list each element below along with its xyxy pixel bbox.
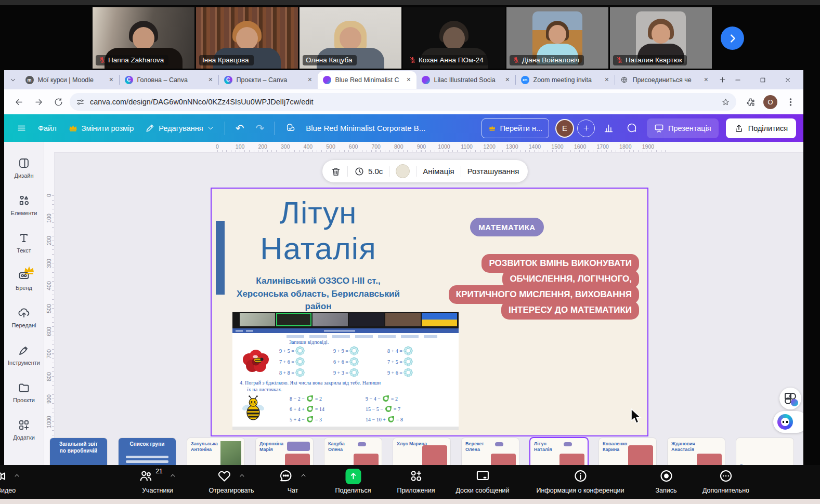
control-icon-row	[279, 469, 307, 485]
browser-tab[interactable]: CПроєкти – Canva✕	[219, 71, 318, 89]
participant-tile[interactable]: Олена Кацуба	[300, 7, 401, 69]
editing-mode-menu[interactable]: Редагування	[140, 119, 219, 138]
sidebar-item-design[interactable]: Дизайн	[6, 149, 42, 187]
morec-glyph	[719, 469, 733, 483]
close-tab-button[interactable]: ✕	[603, 76, 610, 83]
site-info-icon[interactable]	[76, 98, 85, 107]
thumbnail-purple-pill	[358, 442, 366, 446]
browser-tab[interactable]: zmZoom meeting invita✕	[516, 71, 615, 89]
sidebar-item-text[interactable]: Текст	[6, 224, 42, 261]
close-tab-button[interactable]: ✕	[306, 76, 313, 83]
canva-user-avatar[interactable]: E	[555, 119, 574, 138]
equation-cell: 6 + 6 =	[333, 357, 374, 366]
slide-subtitle[interactable]: Калинівський ОЗЗСО І-ІІІ ст., Херсонська…	[222, 275, 414, 313]
bookmark-star-icon[interactable]	[721, 98, 730, 107]
participant-tile[interactable]: Інна Кравцова	[196, 7, 298, 69]
redo-button[interactable]: ↷	[250, 119, 269, 138]
resize-menu[interactable]: Змінити розмір	[63, 119, 139, 138]
background-color-swatch[interactable]	[396, 164, 410, 178]
zoom-control-infoc[interactable]: Информация о конференции	[536, 469, 624, 494]
zoom-control-camera[interactable]: Видео	[0, 469, 21, 494]
extensions-button[interactable]	[744, 95, 757, 109]
reload-button[interactable]	[50, 94, 67, 110]
control-label: Видео	[0, 487, 16, 494]
close-tab-button[interactable]: ✕	[207, 76, 214, 83]
chevron-up-icon	[238, 472, 245, 479]
answer-flower-icon	[404, 357, 413, 366]
delete-button[interactable]	[331, 166, 341, 177]
participant-tile[interactable]: Наталия Квартюк	[610, 7, 712, 69]
address-bar[interactable]: canva.com/design/DAG6w0nNNco/0KZz4SIsUu0…	[70, 93, 736, 111]
new-tab-button[interactable]	[718, 73, 728, 87]
mic-muted-icon	[409, 57, 416, 63]
sidebar-item-elements[interactable]: Елементи	[6, 187, 42, 224]
zoom-control-morec[interactable]: Дополнительно	[702, 469, 749, 494]
lesson-screenshot[interactable]: Запиши відповіді. 9 + 5 =9 + 9 =8 + 4 =7…	[232, 312, 459, 430]
share-button[interactable]: Поділитися	[726, 118, 796, 138]
equation-text: 8 + 8 =	[279, 370, 294, 376]
sidebar-item-brand[interactable]: Бренд	[6, 261, 42, 299]
close-tab-button[interactable]: ✕	[405, 76, 412, 83]
thumbnail-purple-block	[287, 442, 310, 451]
participant-tile[interactable]: Hanna Zakharova	[93, 7, 194, 69]
sidebar-item-tools[interactable]: Інструменти	[6, 336, 42, 374]
zoom-control-record[interactable]: Запись	[655, 469, 676, 494]
close-tab-button[interactable]: ✕	[504, 76, 511, 83]
browser-tab[interactable]: mМої курси | Moodle✕	[20, 71, 119, 89]
browser-tab[interactable]: Blue Red Minimalist C✕	[318, 71, 416, 89]
browser-tab[interactable]: Lilac Illustrated Socia✕	[416, 71, 515, 89]
undo-button[interactable]: ↶	[230, 119, 250, 138]
mini-window-statusbar	[232, 427, 459, 430]
slide-title[interactable]: Літун Наталія	[227, 195, 409, 267]
browser-tab[interactable]: CГоловна – Canva✕	[120, 71, 218, 89]
canva-apps-fab[interactable]	[779, 388, 801, 409]
browser-menu-button[interactable]	[784, 95, 797, 109]
answer-leaf-icon	[306, 394, 314, 403]
participant-tile[interactable]: Кохан Анна ПОм-24	[403, 7, 505, 69]
equation-text: 5 + 4 −	[290, 417, 305, 422]
zoom-control-people[interactable]: 21Участники	[138, 469, 176, 494]
participant-tile[interactable]: Діана Войналовіч	[506, 7, 608, 69]
control-icon-row	[573, 469, 588, 485]
close-tab-button[interactable]: ✕	[702, 76, 709, 83]
insights-button[interactable]	[599, 119, 618, 138]
tab-search-button[interactable]	[8, 73, 18, 87]
forward-button[interactable]	[30, 94, 47, 110]
invite-member-button[interactable]	[577, 120, 595, 137]
goal-text-block[interactable]: РОЗВИТОК ВМІНЬ ВИКОНУВАТИОБЧИСЛЕННЯ, ЛОГ…	[449, 254, 639, 320]
participant-name: Інна Кравцова	[202, 56, 249, 64]
mic-muted-icon	[616, 57, 623, 63]
animate-button[interactable]: Анімація	[423, 167, 454, 176]
zoom-control-chat[interactable]: Чат	[279, 469, 307, 494]
close-tab-button[interactable]: ✕	[108, 76, 114, 83]
face	[443, 27, 465, 50]
duration-button[interactable]: 5.0с	[354, 166, 383, 177]
slide-canvas[interactable]: Літун Наталія Калинівський ОЗЗСО І-ІІІ с…	[211, 188, 648, 436]
zoom-control-shareup[interactable]: Поделиться	[335, 469, 371, 494]
minimize-button[interactable]	[727, 72, 748, 88]
close-window-button[interactable]	[777, 72, 798, 88]
maximize-button[interactable]	[752, 72, 773, 88]
mini-video-tile-active	[276, 313, 311, 326]
zoom-control-board[interactable]: Доски сообщений	[455, 469, 509, 494]
zoom-control-heart[interactable]: Отреагировать	[209, 469, 254, 494]
next-participants-button[interactable]	[721, 26, 744, 50]
back-button[interactable]	[10, 94, 27, 110]
main-menu-button[interactable]	[11, 119, 32, 138]
browser-profile-avatar[interactable]: O	[763, 95, 777, 109]
browser-tab[interactable]: Присоединиться че✕	[615, 71, 714, 89]
present-button[interactable]: Презентація	[647, 118, 719, 138]
sidebar-item-uploads[interactable]: Передані	[6, 299, 42, 336]
design-title[interactable]: Blue Red Minimalist Corporate B...	[302, 124, 429, 132]
upgrade-button[interactable]: Перейти н...	[481, 118, 549, 138]
canva-assistant-fab[interactable]	[773, 411, 803, 433]
subject-badge[interactable]: МАТЕМАТИКА	[470, 218, 544, 236]
ruler-tick-label: 600	[349, 143, 358, 150]
save-status-button[interactable]	[280, 119, 301, 138]
position-button[interactable]: Розташування	[467, 167, 519, 176]
kebab-menu-icon	[786, 97, 796, 107]
file-menu[interactable]: Файл	[33, 119, 62, 138]
zoom-control-appsgrid[interactable]: Приложения	[397, 469, 435, 494]
comments-button[interactable]	[622, 119, 641, 138]
sidebar-item-projects[interactable]: Проєкти	[6, 374, 42, 411]
